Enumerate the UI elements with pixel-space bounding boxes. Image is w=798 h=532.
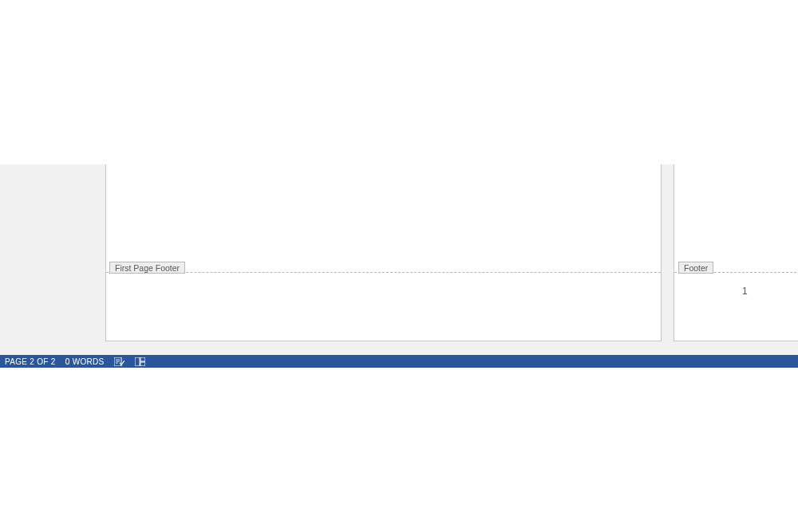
footer-page-number[interactable]: 1 [742,286,748,297]
spellcheck-icon[interactable] [113,357,124,366]
footer-divider [106,272,661,273]
svg-rect-6 [140,362,145,366]
first-page-footer-label: First Page Footer [115,263,180,273]
document-page-1[interactable]: First Page Footer [105,164,662,341]
status-bar: PAGE 2 OF 2 0 WORDS [0,355,798,368]
svg-rect-5 [140,357,145,361]
blank-area-top [0,0,798,164]
first-page-footer-tab[interactable]: First Page Footer [109,262,185,274]
blank-area-bottom [0,368,798,532]
svg-rect-4 [135,357,140,366]
word-count[interactable]: 0 WORDS [65,357,105,366]
svg-rect-0 [114,357,121,366]
page-indicator[interactable]: PAGE 2 OF 2 [5,357,56,366]
footer-tab[interactable]: Footer [678,262,713,274]
macro-icon[interactable] [134,357,145,366]
document-page-2[interactable]: Footer 1 [674,164,798,341]
document-canvas[interactable]: First Page Footer Footer 1 [0,164,798,355]
footer-label: Footer [684,263,708,273]
